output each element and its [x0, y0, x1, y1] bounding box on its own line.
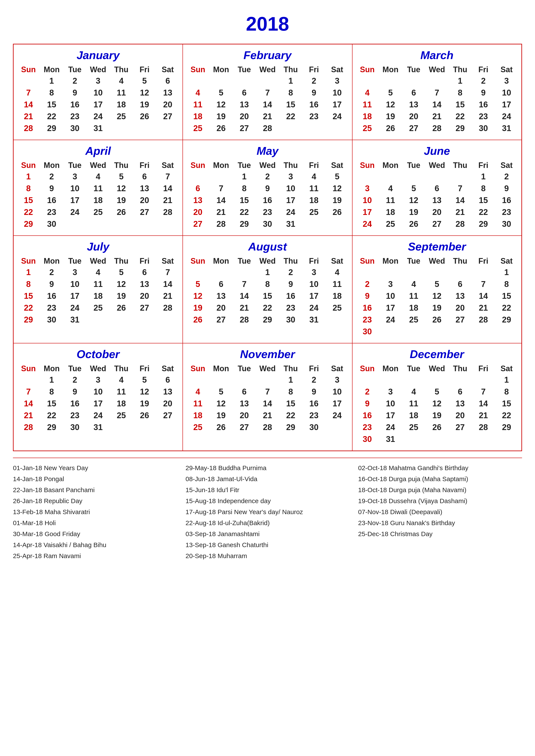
day-cell: 16	[256, 195, 279, 206]
day-cell: 13	[156, 386, 180, 398]
day-cell: 11	[87, 183, 110, 195]
day-cell: 27	[425, 218, 449, 230]
day-cell: 27	[133, 302, 156, 314]
day-cell: 16	[356, 302, 379, 314]
day-cell: 2	[302, 374, 325, 386]
day-cell: 19	[425, 302, 449, 314]
day-cell: 31	[302, 314, 325, 326]
day-cell: 21	[233, 302, 256, 314]
day-cell: 19	[425, 410, 449, 421]
day-cell	[210, 266, 233, 278]
day-cell: 28	[156, 302, 180, 314]
day-cell: 27	[186, 218, 210, 230]
day-cell: 21	[256, 410, 279, 421]
day-cell: 8	[40, 386, 64, 398]
day-cell: 15	[40, 99, 64, 111]
day-cell: 23	[302, 111, 325, 122]
day-cell: 15	[17, 290, 40, 302]
day-cell: 19	[325, 195, 349, 206]
day-header-fri: Fri	[472, 160, 495, 171]
day-cell: 15	[40, 398, 64, 410]
day-cell: 4	[186, 87, 210, 99]
day-cell: 17	[495, 99, 518, 111]
holiday-column-col2: 29-May-18 Buddha Purnima08-Jun-18 Jamat-…	[185, 462, 350, 561]
day-header-wed: Wed	[425, 64, 449, 75]
day-cell	[495, 326, 518, 338]
day-cell: 22	[279, 410, 302, 421]
day-cell: 22	[40, 111, 64, 122]
day-cell: 28	[156, 206, 180, 218]
day-cell	[472, 433, 495, 445]
day-cell	[425, 326, 449, 338]
days-grid: SunMonTueWedThuFriSat 123456789101112131…	[186, 64, 349, 134]
day-cell	[63, 218, 87, 230]
day-cell: 31	[87, 421, 110, 433]
day-cell: 7	[210, 183, 233, 195]
day-cell: 24	[325, 111, 349, 122]
day-cell: 5	[186, 278, 210, 290]
day-cell: 30	[302, 421, 325, 433]
day-cell: 20	[133, 195, 156, 206]
day-cell: 30	[40, 314, 64, 326]
day-cell: 29	[495, 314, 518, 326]
day-header-sat: Sat	[495, 256, 518, 266]
day-cell: 5	[325, 171, 349, 183]
day-header-sat: Sat	[495, 363, 518, 374]
day-cell: 18	[302, 195, 325, 206]
day-cell: 11	[302, 183, 325, 195]
day-cell: 4	[379, 183, 402, 195]
day-cell: 27	[156, 410, 180, 421]
day-cell: 29	[448, 122, 472, 134]
day-cell: 9	[63, 87, 87, 99]
day-cell: 12	[425, 398, 449, 410]
month-name: October	[17, 348, 179, 361]
day-cell: 11	[402, 290, 425, 302]
day-cell: 4	[87, 171, 110, 183]
day-header-fri: Fri	[133, 363, 156, 374]
day-cell: 17	[379, 302, 402, 314]
day-cell: 28	[17, 122, 40, 134]
day-cell: 25	[186, 122, 210, 134]
day-cell: 15	[256, 290, 279, 302]
day-header-sun: Sun	[17, 363, 40, 374]
day-cell	[448, 374, 472, 386]
day-cell	[425, 433, 449, 445]
holiday-line: 02-Oct-18 Mahatma Gandhi's Birthday	[358, 462, 522, 473]
day-cell: 15	[495, 398, 518, 410]
holiday-column-col3: 02-Oct-18 Mahatma Gandhi's Birthday16-Oc…	[358, 462, 522, 561]
day-cell: 29	[40, 122, 64, 134]
day-cell: 6	[425, 183, 449, 195]
day-cell: 5	[402, 183, 425, 195]
day-header-tue: Tue	[233, 64, 256, 75]
day-cell: 23	[302, 410, 325, 421]
day-cell: 19	[210, 410, 233, 421]
day-cell: 12	[110, 278, 133, 290]
day-header-sat: Sat	[325, 363, 349, 374]
month-block-november: NovemberSunMonTueWedThuFriSat 1234567891…	[183, 343, 352, 451]
day-header-sun: Sun	[17, 160, 40, 171]
day-cell: 15	[233, 195, 256, 206]
day-cell: 18	[110, 99, 133, 111]
day-cell: 7	[425, 87, 449, 99]
year-title: 2018	[13, 9, 522, 35]
day-cell: 23	[495, 206, 518, 218]
day-header-thu: Thu	[448, 160, 472, 171]
day-cell: 29	[472, 218, 495, 230]
day-cell	[110, 421, 133, 433]
day-cell	[495, 433, 518, 445]
day-cell: 22	[256, 302, 279, 314]
day-header-fri: Fri	[472, 363, 495, 374]
day-cell: 10	[279, 183, 302, 195]
day-cell: 9	[356, 290, 379, 302]
day-cell	[356, 75, 379, 87]
day-cell: 7	[256, 87, 279, 99]
day-cell	[302, 122, 325, 134]
day-cell: 24	[379, 314, 402, 326]
day-cell: 20	[448, 302, 472, 314]
day-cell	[17, 75, 40, 87]
month-name: December	[356, 348, 518, 361]
day-cell: 1	[495, 266, 518, 278]
day-header-sun: Sun	[186, 160, 210, 171]
holiday-line: 13-Feb-18 Maha Shivaratri	[13, 506, 177, 517]
month-name: January	[17, 49, 179, 62]
